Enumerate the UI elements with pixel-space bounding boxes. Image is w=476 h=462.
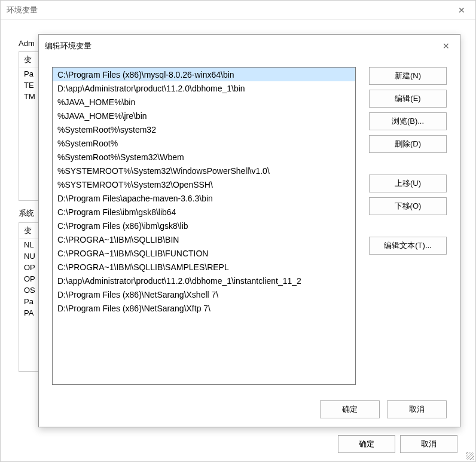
edit-ok-button[interactable]: 确定 <box>320 400 380 418</box>
path-entry[interactable]: %JAVA_HOME%\bin <box>53 95 355 109</box>
path-entry[interactable]: %SystemRoot%\System32\Wbem <box>53 150 355 164</box>
close-icon: ✕ <box>443 41 450 51</box>
path-entry[interactable]: D:\app\Administrator\product\11.2.0\dbho… <box>53 274 355 287</box>
parent-bottom-buttons: 确定 取消 <box>1 427 475 461</box>
edit-dialog-body: C:\Program Files (x86)\mysql-8.0.26-winx… <box>39 57 460 394</box>
path-entry[interactable]: D:\Program Files (x86)\NetSarang\Xftp 7\ <box>53 301 355 315</box>
delete-button[interactable]: 删除(D) <box>369 135 447 153</box>
button-spacer <box>369 158 447 170</box>
edit-environment-variable-dialog: 编辑环境变量 ✕ C:\Program Files (x86)\mysql-8.… <box>38 34 460 427</box>
path-entry[interactable]: C:\PROGRA~1\IBM\SQLLIB\FUNCTION <box>53 246 355 260</box>
path-entries-list[interactable]: C:\Program Files (x86)\mysql-8.0.26-winx… <box>52 67 356 385</box>
path-entry[interactable]: C:\Program Files\ibm\gsk8\lib64 <box>53 205 355 219</box>
edit-dialog-title: 编辑环境变量 <box>45 41 91 51</box>
move-up-button[interactable]: 上移(U) <box>369 175 447 192</box>
edit-titlebar[interactable]: 编辑环境变量 ✕ <box>39 35 460 57</box>
parent-resize-grip[interactable] <box>466 452 474 460</box>
close-icon: ✕ <box>458 5 465 15</box>
path-entry[interactable]: C:\Program Files (x86)\ibm\gsk8\lib <box>53 219 355 232</box>
parent-titlebar[interactable]: 环境变量 ✕ <box>1 1 475 20</box>
edit-bottom-buttons: 确定 取消 <box>39 394 460 428</box>
path-entry[interactable]: C:\PROGRA~1\IBM\SQLLIB\SAMPLES\REPL <box>53 260 355 274</box>
browse-button[interactable]: 浏览(B)... <box>369 112 447 130</box>
side-button-column: 新建(N) 编辑(E) 浏览(B)... 删除(D) 上移(U) 下移(O) 编… <box>369 67 447 385</box>
path-entry[interactable]: C:\Program Files (x86)\mysql-8.0.26-winx… <box>53 68 355 81</box>
parent-title: 环境变量 <box>7 5 38 16</box>
user-var-header: 变 <box>24 54 32 65</box>
parent-cancel-button[interactable]: 取消 <box>400 435 457 453</box>
path-entry[interactable]: D:\Program Files\apache-maven-3.6.3\bin <box>53 191 355 205</box>
path-entry[interactable]: %SYSTEMROOT%\System32\OpenSSH\ <box>53 178 355 191</box>
edit-close-button[interactable]: ✕ <box>432 36 460 56</box>
path-entry[interactable]: %SystemRoot% <box>53 136 355 150</box>
path-entry[interactable]: D:\app\Administrator\product\11.2.0\dbho… <box>53 81 355 95</box>
path-entry[interactable]: %SYSTEMROOT%\System32\WindowsPowerShell\… <box>53 164 355 178</box>
new-button[interactable]: 新建(N) <box>369 67 447 85</box>
parent-close-button[interactable]: ✕ <box>448 1 475 20</box>
parent-ok-button[interactable]: 确定 <box>338 435 395 453</box>
path-entry[interactable]: D:\Program Files (x86)\NetSarang\Xshell … <box>53 287 355 301</box>
path-entry[interactable]: %JAVA_HOME%\jre\bin <box>53 109 355 123</box>
sys-var-header: 变 <box>24 225 32 236</box>
edit-text-button[interactable]: 编辑文本(T)... <box>369 237 447 255</box>
edit-button[interactable]: 编辑(E) <box>369 90 447 108</box>
move-down-button[interactable]: 下移(O) <box>369 197 447 215</box>
path-entry[interactable]: C:\PROGRA~1\IBM\SQLLIB\BIN <box>53 232 355 246</box>
button-spacer <box>369 220 447 232</box>
edit-cancel-button[interactable]: 取消 <box>387 400 447 418</box>
path-entry[interactable]: %SystemRoot%\system32 <box>53 123 355 136</box>
